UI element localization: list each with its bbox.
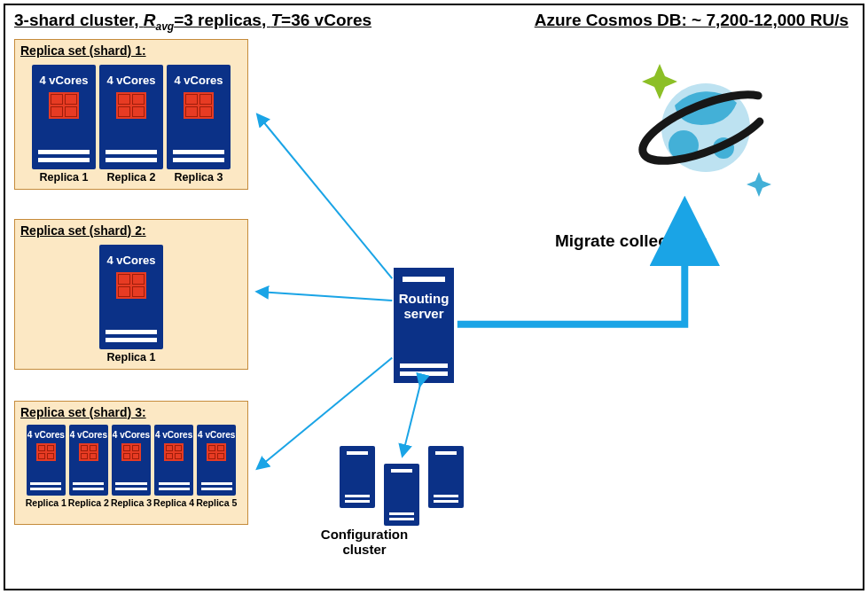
cpu-grid-icon (116, 272, 146, 299)
replica-row: 4 vCores Replica 1 4 vCores Replica 2 4 … (15, 419, 247, 510)
vcore-label: 4 vCores (155, 430, 192, 440)
shard-panel-2: Replica set (shard) 2: 4 vCores Replica … (14, 219, 248, 370)
replica-label: Replica 4 (153, 497, 194, 508)
slots-icon (38, 150, 90, 169)
replica: 4 vCores Replica 4 (153, 425, 194, 508)
slots-icon (115, 482, 146, 496)
cpu-grid-icon (164, 443, 184, 461)
slots-icon (400, 363, 448, 383)
vcore-label: 4 vCores (198, 430, 235, 440)
replica-row: 4 vCores Replica 1 (15, 238, 247, 367)
server-icon: 4 vCores (99, 245, 163, 349)
replica: 4 vCores Replica 1 (26, 425, 66, 508)
cpu-grid-icon (36, 443, 56, 461)
config-server-3 (428, 446, 464, 508)
vcore-label: 4 vCores (107, 254, 156, 267)
arrow-routing-config (403, 384, 420, 455)
replica: 4 vCores Replica 3 (111, 425, 152, 508)
replica-label: Replica 3 (111, 497, 152, 508)
vcore-label: 4 vCores (40, 74, 89, 87)
vcore-label: 4 vCores (27, 430, 65, 440)
server-icon: 4 vCores (27, 425, 66, 496)
cpu-grid-icon (49, 92, 79, 119)
arrow-routing-to-shard1 (258, 115, 392, 278)
routing-server: Routing server (394, 268, 454, 383)
slots-icon (73, 482, 104, 496)
migrate-label: Migrate collections (555, 231, 708, 251)
slots-icon (159, 482, 190, 496)
replica-label: Replica 1 (107, 351, 156, 363)
vcore-label: 4 vCores (107, 74, 156, 87)
replica-label: Replica 2 (107, 171, 156, 184)
shard-title: Replica set (shard) 1: (15, 40, 247, 58)
arrow-migrate (457, 210, 684, 324)
cpu-grid-icon (116, 92, 146, 119)
vcore-label: 4 vCores (113, 430, 150, 440)
shard-title: Replica set (shard) 3: (15, 402, 247, 419)
server-icon: 4 vCores (154, 425, 193, 496)
routing-label: Routing server (399, 291, 450, 322)
arrow-routing-to-shard2 (258, 292, 392, 301)
config-server-1 (340, 446, 375, 508)
diagram-canvas: 3-shard cluster, Ravg=3 replicas, T=36 v… (4, 4, 864, 590)
server-icon: 4 vCores (197, 425, 236, 496)
replica-label: Replica 5 (196, 497, 237, 508)
replica: 4 vCores Replica 1 (32, 65, 96, 184)
replica: 4 vCores Replica 3 (167, 65, 231, 184)
replica: 4 vCores Replica 2 (68, 425, 109, 508)
replica-label: Replica 2 (68, 497, 109, 508)
slots-icon (106, 330, 157, 349)
cpu-grid-icon (121, 443, 141, 461)
slots-icon (30, 482, 61, 496)
replica: 4 vCores Replica 2 (99, 65, 163, 184)
replica-label: Replica 1 (40, 171, 89, 184)
server-icon: 4 vCores (112, 425, 151, 496)
config-server-2 (384, 464, 419, 526)
replica-row: 4 vCores Replica 1 4 vCores Replica 2 4 … (15, 58, 247, 187)
title-left: 3-shard cluster, Ravg=3 replicas, T=36 v… (14, 11, 371, 33)
slots-icon (201, 482, 232, 496)
slots-icon (106, 150, 157, 169)
shard-panel-1: Replica set (shard) 1: 4 vCores Replica … (14, 39, 248, 190)
vcore-label: 4 vCores (175, 74, 223, 87)
config-cluster-label: Configuration cluster (298, 527, 431, 558)
server-icon: 4 vCores (167, 65, 231, 169)
cpu-grid-icon (79, 443, 98, 461)
vcore-label: 4 vCores (70, 430, 107, 440)
shard-panel-3: Replica set (shard) 3: 4 vCores Replica … (14, 401, 248, 525)
cpu-grid-icon (207, 443, 226, 461)
server-icon: 4 vCores (32, 65, 96, 169)
replica: 4 vCores Replica 1 (99, 245, 163, 363)
shard-title: Replica set (shard) 2: (15, 220, 247, 238)
slot-icon (403, 277, 445, 282)
cosmos-db-icon (626, 57, 777, 207)
slots-icon (173, 150, 224, 169)
replica: 4 vCores Replica 5 (196, 425, 237, 508)
title-right: Azure Cosmos DB: ~ 7,200-12,000 RU/s (535, 11, 848, 30)
cpu-grid-icon (184, 92, 214, 119)
server-icon: 4 vCores (99, 65, 163, 169)
replica-label: Replica 1 (26, 497, 66, 508)
server-icon: 4 vCores (69, 425, 108, 496)
replica-label: Replica 3 (175, 171, 223, 184)
